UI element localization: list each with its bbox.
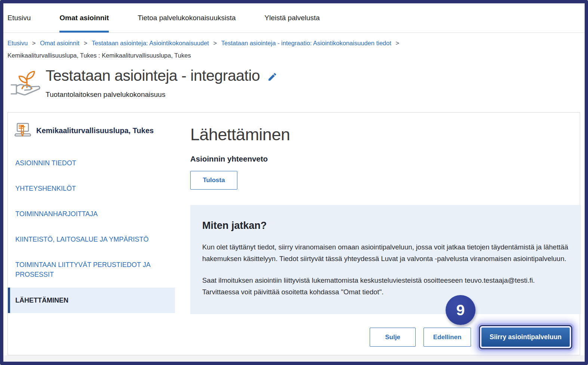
bottom-background-strip (3, 355, 585, 362)
breadcrumb-separator: > (395, 37, 399, 49)
sidebar-item-lahettaminen[interactable]: LÄHETTÄMINEN (8, 288, 175, 313)
luvat-ja-valvonta-page: Etusivu Omat asioinnit Tietoa palvelukok… (0, 0, 588, 365)
sidebar: Kemikaaliturvallisuuslupa, Tukes ASIOINN… (8, 113, 175, 355)
top-navigation: Etusivu Omat asioinnit Tietoa palvelukok… (3, 3, 585, 33)
breadcrumb-link-asiointikokonaisuuden-tiedot[interactable]: Testataan asiointeja - integraatio: Asio… (221, 37, 391, 49)
tab-etusivu[interactable]: Etusivu (7, 3, 31, 33)
content-card: Kemikaaliturvallisuuslupa, Tukes ASIOINN… (7, 112, 580, 355)
breadcrumb-current: Kemikaaliturvallisuuslupa, Tukes : Kemik… (7, 49, 191, 62)
hand-plant-icon (10, 67, 42, 97)
tab-yleista-palvelusta[interactable]: Yleistä palvelusta (265, 3, 320, 33)
info-box-heading: Miten jatkan? (202, 220, 569, 231)
previous-button[interactable]: Edellinen (424, 328, 471, 347)
sidebar-item-kiinteisto[interactable]: KIINTEISTÖ, LAITOSALUE JA YMPÄRISTÖ (8, 227, 175, 252)
breadcrumb-separator: > (84, 37, 87, 49)
sidebar-service-header: Kemikaaliturvallisuuslupa, Tukes (8, 113, 175, 139)
page-title-row: Testataan asiointeja - integraatio (46, 66, 277, 86)
breadcrumb: Etusivu > Omat asioinnit > Testataan asi… (7, 37, 577, 62)
footer-actions: Sulje Edellinen Siirry asiointipalveluun (370, 325, 572, 349)
page-header: Testataan asiointeja - integraatio Tuota… (10, 66, 277, 99)
sidebar-nav: ASIOINNIN TIEDOT YHTEYSHENKILÖT TOIMINNA… (8, 150, 175, 313)
sidebar-item-yhteyshenkilot[interactable]: YHTEYSHENKILÖT (8, 176, 175, 201)
info-box-paragraph-2: Saat ilmoituksen asiointiin liittyvistä … (202, 274, 569, 298)
breadcrumb-link-etusivu[interactable]: Etusivu (7, 37, 28, 49)
breadcrumb-separator: > (213, 37, 217, 49)
sidebar-item-toiminnanharjoittaja[interactable]: TOIMINNANHARJOITTAJA (8, 201, 175, 227)
page-title-block: Testataan asiointeja - integraatio Tuota… (46, 66, 277, 99)
step-annotation-badge: 9 (446, 295, 475, 325)
breadcrumb-link-asiointikokonaisuudet[interactable]: Testataan asiointeja: Asiointikokonaisuu… (92, 37, 209, 49)
sidebar-service-title: Kemikaaliturvallisuuslupa, Tukes (36, 126, 154, 135)
primary-button-highlight-ring: Siirry asiointipalveluun (479, 325, 572, 349)
info-box-paragraph-1: Kun olet täyttänyt tiedot, siirry virano… (202, 241, 569, 265)
sidebar-item-asioinnin-tiedot[interactable]: ASIOINNIN TIEDOT (8, 150, 175, 176)
summary-subheading: Asioinnin yhteenveto (190, 154, 572, 163)
sidebar-item-perustiedot[interactable]: TOIMINTAAN LIITTYVÄT PERUSTIEDOT JA PROS… (8, 252, 175, 287)
breadcrumb-link-omat-asioinnit[interactable]: Omat asioinnit (40, 37, 79, 49)
go-to-service-button[interactable]: Siirry asiointipalveluun (481, 328, 570, 347)
tab-omat-asioinnit[interactable]: Omat asioinnit (59, 3, 109, 33)
breadcrumb-separator: > (32, 37, 36, 49)
how-to-continue-info-box: Miten jatkan? Kun olet täyttänyt tiedot,… (190, 205, 581, 314)
edit-pencil-icon[interactable] (267, 68, 277, 86)
close-button[interactable]: Sulje (370, 328, 416, 347)
print-button[interactable]: Tulosta (190, 171, 237, 190)
page-subtitle: Tuotantolaitoksen palvelukokonaisuus (46, 91, 277, 99)
laptop-pencil-icon (14, 122, 31, 139)
main-content: Lähettäminen Asioinnin yhteenveto Tulost… (182, 113, 580, 355)
tab-tietoa-palvelukokonaisuuksista[interactable]: Tietoa palvelukokonaisuuksista (138, 3, 235, 33)
page-title: Testataan asiointeja - integraatio (46, 67, 260, 85)
section-heading: Lähettäminen (190, 125, 572, 144)
